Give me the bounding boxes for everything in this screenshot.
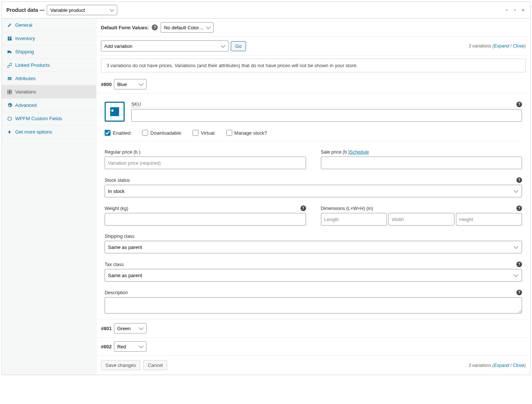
regular-price-label: Regular price (b ) [105,150,306,155]
dimensions-label: Dimensions (L×W×H) (in) ? [321,206,522,211]
variations-count: 3 variations (Expand / Close) [469,43,526,49]
shipping-class-select[interactable]: Same as parent [105,241,522,253]
help-icon[interactable]: ? [301,206,306,211]
manage-stock-checkbox[interactable] [226,130,232,136]
manage-stock-checkbox-label[interactable]: Manage stock? [226,130,267,136]
help-icon[interactable]: ? [516,102,522,107]
default-color-select[interactable]: No default Color… [161,22,214,33]
sidebar-item-variations[interactable]: Variations [2,85,96,99]
variation-header-800[interactable]: #800 Blue [96,75,530,93]
sidebar-item-label: Inventory [15,36,35,41]
default-form-values-label: Default Form Values: [101,25,149,30]
variation-id: #802 [101,344,112,349]
height-input[interactable] [456,213,522,226]
sidebar-item-more[interactable]: Get more options [2,125,96,139]
virtual-checkbox-label[interactable]: Virtual: [193,130,216,136]
expand-link[interactable]: Expand [494,363,509,368]
variation-color-select[interactable]: Red [114,341,147,352]
gear-icon [7,103,12,108]
length-input[interactable] [321,213,387,226]
chevron-down-icon[interactable] [512,7,518,13]
cancel-button[interactable]: Cancel [143,360,167,370]
expand-link[interactable]: Expand [494,43,509,49]
truck-icon [7,49,12,55]
variations-main: Default Form Values: ? No default Color…… [96,19,530,375]
width-input[interactable] [388,213,454,226]
attributes-icon [7,76,12,81]
sale-price-input[interactable] [321,157,522,169]
product-data-panel: Product data — Variable product General … [1,1,531,375]
sidebar-item-label: General [15,22,32,28]
weight-input[interactable] [105,213,306,226]
lightning-icon [7,129,12,135]
sidebar-item-label: Get more options [15,129,52,135]
image-icon [108,105,121,118]
stock-status-label: Stock status ? [105,177,522,183]
variation-header-801[interactable]: #801 Green [96,319,530,337]
variation-detail-800: SKU ? Enabled: Downloadable: [96,93,530,319]
help-icon[interactable]: ? [516,177,522,183]
variation-color-select[interactable]: Green [114,323,147,334]
tax-class-label: Tax class ? [105,262,522,267]
variation-header-802[interactable]: #802 Red [96,337,530,355]
description-label: Description ? [105,290,522,295]
sidebar-item-label: Attributes [15,76,36,81]
add-variation-select[interactable]: Add variation [101,40,229,52]
sidebar-item-linked[interactable]: Linked Products [2,59,96,72]
product-data-sidebar: General Inventory Shipping Linked Produc… [2,19,96,375]
product-type-select[interactable]: Variable product [47,5,117,15]
close-link[interactable]: Close [513,43,524,49]
sidebar-item-label: Shipping [15,49,34,55]
sidebar-item-attributes[interactable]: Attributes [2,72,96,85]
help-icon[interactable]: ? [516,206,522,211]
save-changes-button[interactable]: Save changes [101,360,140,370]
help-icon[interactable]: ? [152,24,158,30]
sidebar-item-advanced[interactable]: Advanced [2,99,96,112]
sale-price-label: Sale price (b ) Schedule [321,150,522,155]
default-form-values-row: Default Form Values: ? No default Color… [96,19,530,37]
triangle-up-icon[interactable] [520,7,526,13]
variations-toolbar: Add variation Go 3 variations (Expand / … [96,37,530,56]
sidebar-item-label: Linked Products [15,62,50,68]
variation-image-placeholder[interactable] [105,102,125,122]
sidebar-item-shipping[interactable]: Shipping [2,45,96,59]
downloadable-checkbox[interactable] [142,130,148,136]
sidebar-item-label: Advanced [15,102,37,108]
grid-icon [7,89,12,95]
sidebar-item-wpfm[interactable]: WPFM Custom Fields [2,112,96,125]
help-icon[interactable]: ? [516,290,522,295]
panel-header: Product data — Variable product [2,2,530,19]
variation-color-select[interactable]: Blue [114,79,147,89]
price-notice: 3 variations do not have prices. Variati… [101,59,526,72]
variations-count-footer: 3 variations (Expand / Close) [469,363,526,368]
shipping-class-label: Shipping class [105,234,522,239]
downloadable-checkbox-label[interactable]: Downloadable: [142,130,182,136]
weight-label: Weight (kg) ? [105,206,306,211]
inventory-icon [7,36,12,41]
go-button[interactable]: Go [231,41,246,51]
sidebar-item-label: WPFM Custom Fields [15,116,62,121]
regular-price-input[interactable] [105,157,306,169]
schedule-link[interactable]: Schedule [349,150,369,155]
virtual-checkbox[interactable] [193,130,198,136]
panel-title: Product data — [6,7,45,13]
tax-class-select[interactable]: Same as parent [105,269,522,282]
help-icon[interactable]: ? [516,262,522,267]
description-textarea[interactable] [105,297,522,313]
chevron-up-icon[interactable] [504,7,509,13]
sku-input[interactable] [131,109,522,122]
stock-status-select[interactable]: In stock [105,185,522,197]
close-link[interactable]: Close [513,363,524,368]
variation-id: #800 [101,82,112,87]
variations-footer: Save changes Cancel 3 variations (Expand… [96,355,530,375]
link-icon [7,63,12,68]
variation-id: #801 [101,326,112,331]
sku-label: SKU ? [131,102,522,107]
enabled-checkbox-label[interactable]: Enabled: [105,130,132,136]
enabled-checkbox[interactable] [105,130,111,136]
sidebar-item-inventory[interactable]: Inventory [2,32,96,45]
cube-icon [7,116,12,121]
sidebar-item-label: Variations [15,89,36,95]
wrench-icon [7,23,12,28]
sidebar-item-general[interactable]: General [2,19,96,32]
